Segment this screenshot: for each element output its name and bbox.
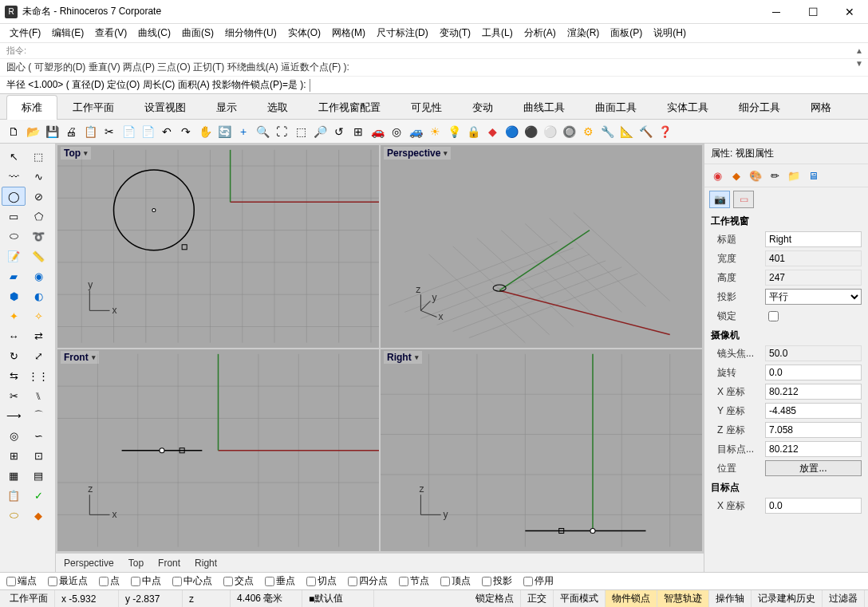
val-tgt-x[interactable]: 0.0	[765, 498, 862, 514]
sphere-icon[interactable]: 🔘	[560, 123, 578, 140]
pan-icon[interactable]: ✋	[196, 123, 214, 140]
command-input[interactable]	[310, 79, 862, 92]
tab-subdtools[interactable]: 细分工具	[724, 95, 795, 120]
tab-display[interactable]: 显示	[201, 95, 252, 120]
curve-icon[interactable]: ∿	[26, 167, 50, 186]
tool3-icon[interactable]: 🔨	[637, 123, 654, 140]
status-planar[interactable]: 平面模式	[554, 590, 606, 607]
osnap-end[interactable]: 端点	[6, 574, 37, 588]
osnap-project[interactable]: 投影	[482, 574, 512, 588]
val-target[interactable]: 80.212	[765, 441, 862, 457]
tab-select[interactable]: 选取	[252, 95, 303, 120]
close-button[interactable]: ✕	[831, 0, 868, 24]
print-icon[interactable]: 🖨	[62, 123, 80, 140]
truck-icon[interactable]: 🚗	[369, 123, 386, 140]
vptab-front[interactable]: Front	[158, 558, 180, 569]
array-icon[interactable]: ⋮⋮	[26, 366, 50, 385]
grid2-icon[interactable]: ▦	[2, 466, 26, 485]
sun-icon[interactable]: ☀	[426, 123, 444, 140]
props-icon[interactable]: ◉	[709, 168, 725, 183]
osnap-cen[interactable]: 中心点	[172, 574, 212, 588]
mat2-icon[interactable]: 🎨	[748, 168, 763, 183]
viewport-front[interactable]: Front▾ xz	[57, 349, 379, 552]
vptab-right[interactable]: Right	[195, 558, 217, 569]
prop-icon[interactable]: ⬭	[2, 506, 26, 525]
explode-icon[interactable]: ✦	[2, 306, 26, 325]
grid3-icon[interactable]: ▤	[26, 466, 50, 485]
status-gridsnap[interactable]: 锁定格点	[469, 590, 521, 607]
circle-icon[interactable]: ◯	[2, 187, 26, 206]
osnap-point[interactable]: 点	[99, 574, 120, 588]
menu-mesh[interactable]: 网格(M)	[327, 25, 370, 41]
osnap-disable[interactable]: 停用	[523, 574, 554, 588]
menu-tools[interactable]: 工具(L)	[477, 25, 518, 41]
cmd-scroll-up-icon[interactable]: ▲	[854, 45, 865, 56]
camera-icon[interactable]: 📷	[709, 191, 730, 208]
osnap-mid[interactable]: 中点	[131, 574, 161, 588]
tab-cplane[interactable]: 工作平面	[57, 95, 129, 120]
viewport-top[interactable]: Top▾ xy	[57, 145, 379, 348]
menu-curve[interactable]: 曲线(C)	[133, 25, 176, 41]
copy2-icon[interactable]: ⇄	[26, 326, 50, 345]
edit-icon[interactable]: ✏	[767, 168, 783, 183]
zoom-sel-icon[interactable]: ⛶	[273, 123, 290, 140]
zoom-ext-icon[interactable]: 🔍	[254, 123, 271, 140]
osnap-tan[interactable]: 切点	[306, 574, 337, 588]
zoomin-icon[interactable]: +	[235, 123, 252, 140]
gear-icon[interactable]: ⚙	[579, 123, 597, 140]
zoom-all-icon[interactable]: ↺	[330, 123, 348, 140]
paste2-icon[interactable]: 📄	[139, 123, 156, 140]
cmd-scroll-down-icon[interactable]: ▼	[854, 57, 865, 69]
text-icon[interactable]: 📝	[2, 246, 26, 266]
tab-solidtools[interactable]: 实体工具	[652, 95, 724, 120]
place-button[interactable]: 放置...	[765, 460, 862, 476]
val-cam-z[interactable]: 7.058	[765, 422, 862, 438]
polyline-icon[interactable]: 〰	[2, 167, 26, 186]
pointer-icon[interactable]: ↖	[2, 147, 26, 166]
menu-analyze[interactable]: 分析(A)	[519, 25, 561, 41]
folder-icon[interactable]: 📁	[786, 168, 802, 183]
vptab-perspective[interactable]: Perspective	[64, 558, 114, 569]
paste-icon[interactable]: 📄	[120, 123, 137, 140]
status-cplane[interactable]: 工作平面	[3, 590, 55, 607]
menu-surface[interactable]: 曲面(S)	[177, 25, 219, 41]
osnap-perp[interactable]: 垂点	[265, 574, 295, 588]
viewport-right[interactable]: Right▾ yz	[381, 349, 702, 552]
grid-icon[interactable]: ⊞	[2, 446, 26, 465]
status-ortho[interactable]: 正交	[521, 590, 554, 607]
tab-curvetools[interactable]: 曲线工具	[508, 95, 580, 120]
dim-icon[interactable]: ◎	[388, 123, 405, 140]
bulb-icon[interactable]: 💡	[445, 123, 463, 140]
menu-view[interactable]: 查看(V)	[90, 25, 132, 41]
menu-solid[interactable]: 实体(O)	[283, 25, 326, 41]
spiral-icon[interactable]: ➰	[26, 227, 50, 246]
display-icon[interactable]: 🖥	[805, 168, 821, 183]
mat-icon[interactable]: ⚪	[541, 123, 558, 140]
status-gumball[interactable]: 操作轴	[709, 590, 752, 607]
tab-mesh[interactable]: 网格	[795, 95, 846, 120]
status-default[interactable]: ■默认值	[302, 590, 374, 607]
status-filter[interactable]: 过滤器	[823, 590, 865, 607]
redo-icon[interactable]: ↷	[177, 123, 195, 140]
snap-icon[interactable]: ⊡	[26, 446, 50, 465]
render2-icon[interactable]: ◆	[26, 506, 50, 525]
osnap-quad[interactable]: 四分点	[348, 574, 388, 588]
car-icon[interactable]: 🚙	[407, 123, 424, 140]
arc-icon[interactable]: ⊘	[26, 187, 50, 206]
tab-standard[interactable]: 标准	[6, 95, 57, 120]
minimize-button[interactable]: ─	[758, 0, 795, 24]
polygon-icon[interactable]: ⬠	[26, 207, 50, 226]
scale-icon[interactable]: ⤢	[26, 346, 50, 365]
osnap-int[interactable]: 交点	[223, 574, 254, 588]
mark-icon[interactable]: ✓	[26, 486, 50, 505]
4view-icon[interactable]: ⊞	[349, 123, 367, 140]
tab-transform[interactable]: 变动	[457, 95, 508, 120]
menu-file[interactable]: 文件(F)	[5, 25, 45, 41]
undo-icon[interactable]: ↶	[158, 123, 176, 140]
new-icon[interactable]: 🗋	[5, 123, 22, 140]
osnap-knot[interactable]: 节点	[399, 574, 429, 588]
color-icon[interactable]: 🔵	[503, 123, 520, 140]
blend-icon[interactable]: ∽	[26, 426, 50, 445]
val-cam-y[interactable]: -4.485	[765, 403, 862, 419]
menu-subd[interactable]: 细分物件(U)	[220, 25, 282, 41]
